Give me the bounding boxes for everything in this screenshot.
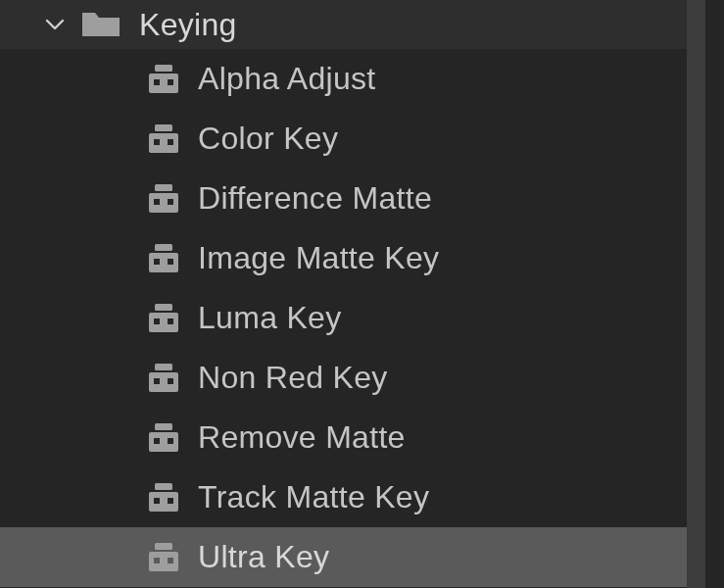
svg-rect-31 bbox=[168, 498, 173, 504]
preset-icon bbox=[147, 184, 180, 214]
svg-rect-29 bbox=[149, 492, 178, 512]
svg-rect-6 bbox=[154, 139, 160, 145]
svg-rect-2 bbox=[154, 79, 160, 85]
svg-rect-19 bbox=[168, 318, 173, 324]
svg-rect-17 bbox=[149, 313, 178, 332]
effect-item-non-red-key[interactable]: Non Red Key bbox=[0, 348, 705, 408]
svg-rect-1 bbox=[149, 74, 178, 93]
effect-label: Remove Matte bbox=[198, 419, 406, 456]
effect-label: Difference Matte bbox=[198, 180, 432, 217]
preset-icon bbox=[147, 65, 180, 94]
preset-icon bbox=[147, 244, 180, 273]
preset-icon bbox=[147, 304, 180, 333]
effect-label: Alpha Adjust bbox=[198, 61, 376, 97]
preset-icon bbox=[147, 124, 180, 154]
svg-rect-22 bbox=[154, 378, 160, 384]
svg-rect-10 bbox=[154, 199, 160, 205]
category-label: Keying bbox=[139, 7, 237, 43]
svg-rect-34 bbox=[154, 558, 160, 564]
effect-item-luma-key[interactable]: Luma Key bbox=[0, 288, 705, 348]
svg-rect-21 bbox=[149, 372, 178, 392]
effect-item-image-matte-key[interactable]: Image Matte Key bbox=[0, 228, 705, 288]
svg-rect-33 bbox=[149, 552, 178, 571]
effect-item-difference-matte[interactable]: Difference Matte bbox=[0, 169, 705, 228]
svg-rect-14 bbox=[154, 259, 160, 265]
svg-rect-8 bbox=[155, 184, 172, 191]
svg-rect-35 bbox=[168, 558, 173, 564]
svg-rect-12 bbox=[155, 244, 172, 251]
preset-icon bbox=[147, 423, 180, 453]
effect-item-alpha-adjust[interactable]: Alpha Adjust bbox=[0, 49, 705, 109]
svg-rect-32 bbox=[155, 543, 172, 550]
svg-rect-23 bbox=[168, 378, 173, 384]
folder-icon bbox=[80, 11, 121, 38]
preset-icon bbox=[147, 364, 180, 393]
effect-label: Ultra Key bbox=[198, 539, 329, 575]
preset-icon bbox=[147, 483, 180, 513]
vertical-scrollbar[interactable] bbox=[687, 0, 705, 588]
preset-icon bbox=[147, 543, 180, 572]
svg-rect-15 bbox=[168, 259, 173, 265]
effect-item-ultra-key[interactable]: Ultra Key bbox=[0, 527, 705, 587]
effect-item-color-key[interactable]: Color Key bbox=[0, 109, 705, 169]
effect-item-remove-matte[interactable]: Remove Matte bbox=[0, 408, 705, 467]
svg-rect-4 bbox=[155, 124, 172, 131]
svg-rect-9 bbox=[149, 193, 178, 213]
svg-rect-24 bbox=[155, 423, 172, 430]
effect-label: Non Red Key bbox=[198, 360, 388, 396]
svg-rect-26 bbox=[154, 438, 160, 444]
svg-rect-27 bbox=[168, 438, 173, 444]
svg-rect-28 bbox=[155, 483, 172, 490]
svg-rect-18 bbox=[154, 318, 160, 324]
svg-rect-20 bbox=[155, 364, 172, 370]
effect-label: Luma Key bbox=[198, 300, 341, 336]
effects-panel: Keying Alpha Adjust Color Key Difference… bbox=[0, 0, 705, 588]
svg-rect-5 bbox=[149, 133, 178, 153]
effect-item-track-matte-key[interactable]: Track Matte Key bbox=[0, 467, 705, 527]
effect-label: Color Key bbox=[198, 121, 338, 157]
svg-rect-25 bbox=[149, 432, 178, 452]
effect-label: Track Matte Key bbox=[198, 479, 429, 515]
svg-rect-30 bbox=[154, 498, 160, 504]
effects-list: Alpha Adjust Color Key Difference Matte … bbox=[0, 49, 705, 587]
svg-rect-13 bbox=[149, 253, 178, 272]
svg-rect-3 bbox=[168, 79, 173, 85]
chevron-down-icon bbox=[43, 13, 67, 36]
svg-rect-7 bbox=[168, 139, 173, 145]
svg-rect-0 bbox=[155, 65, 172, 72]
svg-rect-11 bbox=[168, 199, 173, 205]
effect-label: Image Matte Key bbox=[198, 240, 439, 276]
category-row-keying[interactable]: Keying bbox=[0, 0, 705, 49]
svg-rect-16 bbox=[155, 304, 172, 311]
